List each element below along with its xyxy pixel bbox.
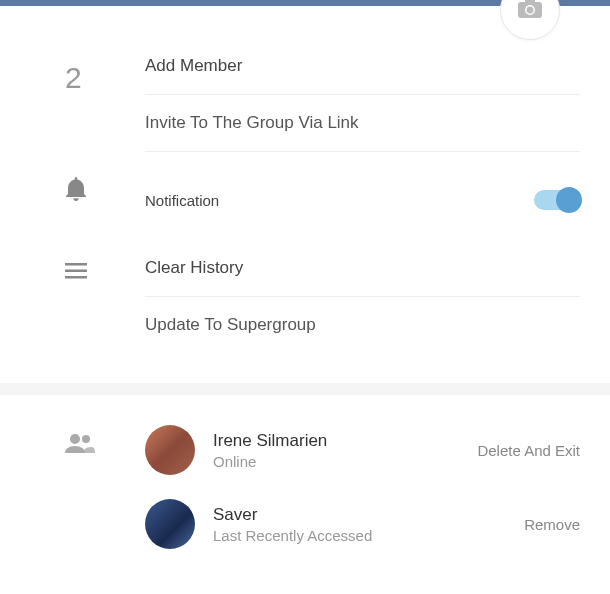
svg-point-7 [70, 434, 80, 444]
add-member-row[interactable]: Add Member [145, 56, 580, 95]
avatar [145, 499, 195, 549]
invite-link-label: Invite To The Group Via Link [145, 113, 359, 133]
notification-toggle[interactable] [534, 190, 580, 210]
toggle-knob [556, 187, 582, 213]
update-supergroup-row[interactable]: Update To Supergroup [145, 297, 580, 353]
member-item[interactable]: Saver Last Recently Accessed Remove [145, 499, 580, 549]
notification-row: Notification [145, 172, 580, 228]
svg-rect-4 [65, 263, 87, 266]
member-status: Last Recently Accessed [213, 527, 524, 544]
svg-point-8 [82, 435, 90, 443]
member-item[interactable]: Irene Silmarien Online Delete And Exit [145, 425, 580, 475]
clear-history-label: Clear History [145, 258, 243, 278]
clear-history-row[interactable]: Clear History [145, 258, 580, 297]
member-name: Irene Silmarien [213, 431, 477, 451]
member-name: Saver [213, 505, 524, 525]
people-icon [65, 433, 145, 453]
svg-rect-6 [65, 276, 87, 279]
member-count: 2 [65, 61, 82, 95]
update-supergroup-label: Update To Supergroup [145, 315, 316, 335]
notification-label: Notification [145, 192, 219, 209]
svg-point-3 [527, 7, 534, 14]
svg-rect-1 [525, 0, 535, 4]
member-status: Online [213, 453, 477, 470]
svg-rect-5 [65, 270, 87, 273]
camera-icon [517, 0, 543, 23]
avatar [145, 425, 195, 475]
add-member-label: Add Member [145, 56, 242, 76]
menu-icon [65, 263, 87, 279]
section-divider [0, 383, 610, 395]
bell-icon [65, 177, 87, 201]
remove-button[interactable]: Remove [524, 516, 580, 533]
delete-exit-button[interactable]: Delete And Exit [477, 442, 580, 459]
invite-link-row[interactable]: Invite To The Group Via Link [145, 95, 580, 152]
